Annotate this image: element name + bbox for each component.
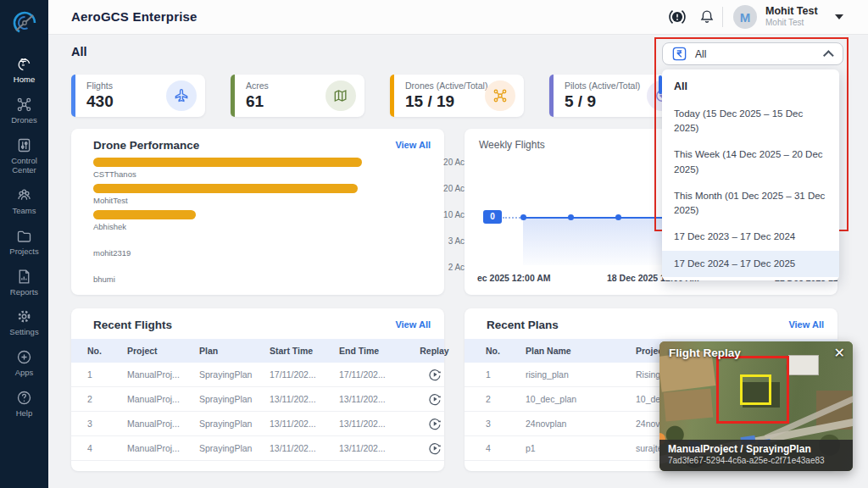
drone-performance-card: Drone Performance View All CSTThanos 20 …	[71, 129, 444, 295]
rupee-filter-icon	[671, 46, 687, 62]
table-row: 3 ManualProj... SprayingPlan 13/11/202..…	[71, 412, 444, 436]
drone-name: Abhishek	[93, 222, 126, 231]
cell-plan: SprayingPlan	[199, 394, 270, 404]
reports-document-icon	[15, 268, 33, 286]
date-filter-dropdown[interactable]: All	[662, 42, 843, 65]
user-avatar[interactable]: M	[733, 5, 757, 29]
help-question-icon	[15, 389, 33, 407]
sidebar-item-drones[interactable]: Drones	[0, 96, 48, 125]
sidebar-item-help[interactable]: Help	[0, 389, 48, 419]
data-point	[520, 214, 526, 220]
sidebar-item-projects[interactable]: Projects	[0, 227, 48, 257]
drone-quad-icon	[15, 96, 33, 114]
column-header: Plan Name	[526, 346, 636, 356]
dropdown-option-today[interactable]: Today (15 Dec 2025 – 15 Dec 2025)	[662, 101, 839, 142]
performance-bar	[93, 210, 196, 219]
performance-bar-row: Abhishek 10 Acres	[93, 208, 492, 234]
recent-plans-view-all-link[interactable]: View All	[788, 319, 824, 330]
sidebar-item-reports[interactable]: Reports	[0, 268, 48, 297]
alert-status-icon[interactable]	[668, 8, 687, 26]
cell-plan: SprayingPlan	[199, 419, 270, 429]
settings-gear-icon	[15, 308, 33, 325]
drone-performance-title: Drone Performance	[93, 139, 199, 152]
close-icon[interactable]: ✕	[834, 345, 845, 361]
flight-plan-path: ManualProject / SprayingPlan	[668, 443, 844, 455]
sidebar-item-teams[interactable]: Teams	[0, 186, 48, 216]
control-sliders-icon	[15, 136, 33, 154]
cell-plan: SprayingPlan	[199, 443, 270, 453]
apps-plus-icon	[15, 348, 33, 366]
sidebar-item-label: Apps	[15, 369, 34, 378]
avatar-letter: M	[740, 10, 751, 25]
cell-no: 2	[486, 394, 526, 404]
table-row: 2 ManualProj... SprayingPlan 13/11/202..…	[71, 387, 444, 412]
flight-id: 7ad3fe67-5294-4c6a-a25e-c2f71e43ae83	[668, 456, 844, 465]
cell-no: 3	[486, 419, 526, 429]
header-divider	[722, 7, 723, 27]
column-header: No.	[486, 346, 526, 356]
cell-no: 1	[87, 369, 127, 380]
cell-end-time: 13/11/202...	[339, 394, 409, 404]
table-row: 1 ManualProj... SprayingPlan 17/11/202..…	[71, 363, 444, 387]
dropdown-option-this-month[interactable]: This Month (01 Dec 2025 – 31 Dec 2025)	[662, 183, 839, 225]
sidebar-item-label: Reports	[10, 288, 38, 297]
cell-plan-name: 10_dec_plan	[526, 394, 636, 404]
sidebar-item-label: Teams	[13, 207, 36, 216]
notifications-bell-icon[interactable]	[698, 8, 716, 26]
y-axis-zero-badge: 0	[483, 210, 502, 224]
projects-folder-icon	[15, 227, 33, 245]
cell-project: ManualProj...	[127, 419, 199, 429]
recent-flights-view-all-link[interactable]: View All	[395, 319, 431, 330]
cell-end-time: 13/11/202...	[339, 419, 409, 429]
dropdown-option-current-year[interactable]: 17 Dec 2024 – 17 Dec 2025	[662, 251, 839, 277]
performance-bar	[93, 158, 362, 167]
plan-boundary-yellow	[740, 374, 771, 405]
user-name: Mohit Test	[765, 5, 818, 17]
replay-button[interactable]	[427, 367, 442, 382]
sidebar-item-home[interactable]: Home	[0, 55, 48, 85]
weekly-flights-title: Weekly Flights	[479, 139, 545, 151]
stat-label: Acres	[246, 80, 269, 91]
dropdown-option-this-week[interactable]: This Week (14 Dec 2025 – 20 Dec 2025)	[662, 141, 839, 183]
cell-no: 3	[87, 419, 127, 429]
cell-project: ManualProj...	[127, 394, 199, 404]
stat-label: Flights	[86, 80, 113, 91]
cell-project: ManualProj...	[127, 369, 199, 380]
recent-plans-title: Recent Plans	[487, 319, 559, 331]
stat-card-flights: Flights 430	[71, 75, 205, 117]
stat-value: 430	[86, 92, 114, 111]
stat-accent	[390, 75, 394, 117]
map-field-patch	[664, 389, 714, 422]
sidebar-item-control-center[interactable]: Control Center	[0, 136, 48, 175]
column-header: No.	[87, 346, 127, 356]
dropdown-selected-value: All	[695, 48, 826, 60]
stat-value: 61	[246, 92, 264, 111]
dropdown-option-all[interactable]: All	[662, 73, 839, 101]
cell-plan: SprayingPlan	[199, 369, 270, 380]
cell-end-time: 13/11/202...	[339, 443, 409, 453]
teams-people-icon	[15, 186, 33, 204]
sidebar-item-label: Projects	[9, 247, 38, 257]
flight-replay-caption: ManualProject / SprayingPlan 7ad3fe67-52…	[659, 440, 853, 471]
flight-replay-panel: Flight Replay ✕ ManualProject / Spraying…	[659, 341, 853, 471]
cell-no: 2	[87, 394, 127, 404]
dropdown-option-list: All Today (15 Dec 2025 – 15 Dec 2025) Th…	[662, 69, 839, 280]
stat-label: Drones (Active/Total)	[405, 80, 487, 91]
cell-start-time: 13/11/202...	[270, 443, 339, 453]
sidebar-item-apps[interactable]: Apps	[0, 348, 48, 378]
dropdown-option-last-year[interactable]: 17 Dec 2023 – 17 Dec 2024	[662, 224, 839, 250]
recent-flights-title: Recent Flights	[93, 319, 172, 331]
stat-accent	[71, 75, 75, 117]
plane-icon	[166, 80, 197, 111]
x-tick-label: ec 2025 12:00 AM	[477, 273, 551, 283]
drone-performance-view-all-link[interactable]: View All	[395, 140, 431, 150]
sidebar-item-settings[interactable]: Settings	[0, 308, 48, 337]
user-menu-caret-icon[interactable]	[835, 14, 843, 19]
replay-button[interactable]	[427, 416, 442, 431]
replay-button[interactable]	[427, 391, 442, 407]
performance-bar-row: mohit2319 3 Acres	[93, 234, 492, 260]
sidebar-item-label: Help	[16, 409, 33, 419]
replay-button[interactable]	[427, 441, 442, 456]
dashboard-screen: Home Drones Control Center Teams	[0, 0, 868, 488]
top-header: AeroGCS Enterprise M Mohit Test Mohit Te…	[48, 0, 868, 35]
